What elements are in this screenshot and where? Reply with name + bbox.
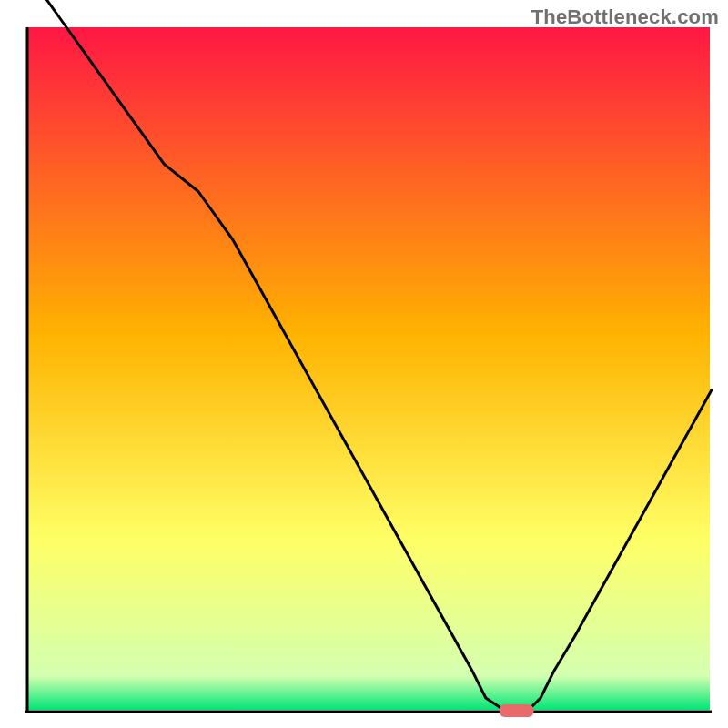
- optimal-marker: [500, 704, 534, 717]
- chart-svg: [0, 0, 728, 728]
- gradient-background: [27, 27, 710, 710]
- watermark-text: TheBottleneck.com: [531, 5, 719, 29]
- bottleneck-chart: TheBottleneck.com: [0, 0, 728, 728]
